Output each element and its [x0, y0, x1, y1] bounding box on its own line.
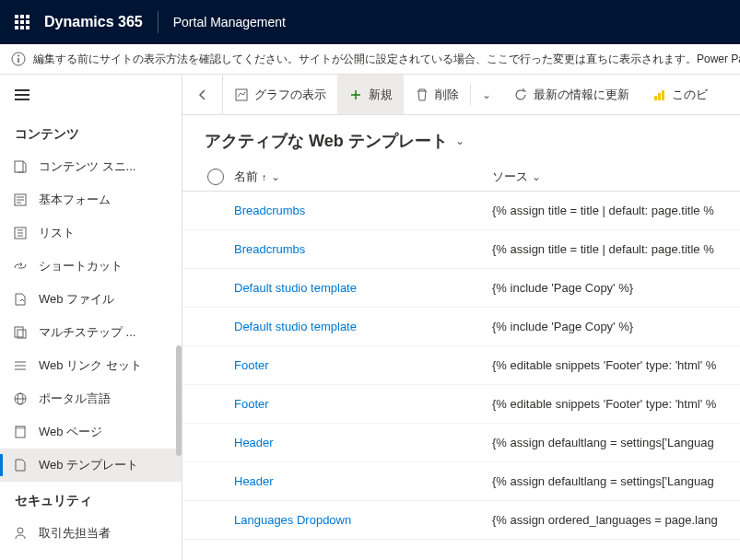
- sidebar-item-contacts[interactable]: 取引先担当者: [0, 517, 182, 550]
- svg-point-22: [18, 528, 23, 533]
- view-header[interactable]: アクティブな Web テンプレート ⌄: [182, 115, 740, 163]
- main-area: コンテンツ コンテンツ スニ... 基本フォーム リスト ショートカット Web…: [0, 75, 740, 560]
- svg-rect-21: [16, 426, 25, 429]
- table-row[interactable]: Footer{% editable snippets 'Footer' type…: [182, 346, 740, 385]
- table-row[interactable]: Breadcrumbs{% assign title = title | def…: [182, 230, 740, 269]
- table-row[interactable]: Header{% assign defaultlang = settings['…: [182, 462, 740, 501]
- template-icon: [11, 456, 29, 474]
- cmd-label: このビ: [672, 87, 708, 103]
- column-label: ソース: [492, 169, 528, 185]
- sidebar-item-basic-forms[interactable]: 基本フォーム: [0, 183, 182, 216]
- table-row[interactable]: Breadcrumbs{% assign title = title | def…: [182, 192, 740, 230]
- powerbi-button[interactable]: このビ: [640, 75, 719, 114]
- cmd-label: 削除: [435, 87, 459, 103]
- contact-icon: [11, 524, 29, 542]
- record-link[interactable]: Breadcrumbs: [234, 242, 305, 256]
- cell-source: {% assign title = title | default: page.…: [492, 204, 725, 217]
- refresh-button[interactable]: 最新の情報に更新: [502, 75, 640, 114]
- record-link[interactable]: Default studio template: [234, 281, 357, 295]
- sidebar-item-label: Web リンク セット: [39, 357, 142, 374]
- cell-source: {% include 'Page Copy' %}: [492, 320, 725, 333]
- record-link[interactable]: Header: [234, 474, 274, 488]
- sidebar-item-web-templates[interactable]: Web テンプレート: [0, 449, 182, 482]
- cell-name: Languages Dropdown: [234, 513, 492, 527]
- back-button[interactable]: [182, 75, 223, 114]
- hamburger-icon: [15, 94, 29, 96]
- sidebar-item-label: リスト: [39, 225, 75, 241]
- chevron-down-icon: ⌄: [532, 170, 541, 183]
- chevron-down-icon: ⌄: [271, 170, 280, 183]
- cell-source: {% assign defaultlang = settings['Langua…: [492, 436, 725, 449]
- sidebar-item-web-pages[interactable]: Web ページ: [0, 415, 182, 449]
- sidebar-item-content-snippets[interactable]: コンテンツ スニ...: [0, 150, 182, 183]
- refresh-icon: [513, 88, 528, 102]
- cell-name: Header: [234, 474, 492, 488]
- svg-rect-28: [662, 90, 664, 100]
- group-content: コンテンツ: [0, 115, 182, 150]
- command-bar: グラフの表示 新規 削除 ⌄ 最新の情報に更新 このビ: [182, 75, 740, 115]
- grid-body: Breadcrumbs{% assign title = title | def…: [182, 192, 740, 540]
- linkset-icon: [11, 356, 29, 375]
- snippet-icon: [11, 158, 29, 176]
- cell-name: Header: [234, 436, 492, 449]
- table-row[interactable]: Footer{% editable snippets 'Footer' type…: [182, 385, 740, 424]
- cell-name: Default studio template: [234, 281, 492, 295]
- show-chart-button[interactable]: グラフの表示: [223, 75, 337, 114]
- sidebar-item-multistep[interactable]: マルチステップ ...: [0, 316, 182, 349]
- delete-button[interactable]: 削除: [404, 75, 470, 114]
- view-title: アクティブな Web テンプレート: [205, 130, 448, 152]
- cmd-label: 最新の情報に更新: [534, 87, 629, 103]
- svg-rect-12: [15, 327, 23, 337]
- select-all-column[interactable]: [197, 169, 234, 185]
- grid-header-row: 名前 ↑ ⌄ ソース ⌄: [182, 163, 740, 192]
- svg-rect-3: [15, 161, 23, 172]
- record-link[interactable]: Default studio template: [234, 320, 357, 333]
- cell-name: Default studio template: [234, 320, 492, 333]
- sidebar-item-label: ポータル言語: [39, 391, 111, 407]
- sidebar-item-label: コンテンツ スニ...: [39, 158, 135, 175]
- data-grid: 名前 ↑ ⌄ ソース ⌄ Breadcrumbs{% assign title …: [182, 163, 740, 560]
- cell-source: {% assign ordered_languages = page.lang: [492, 513, 725, 527]
- cell-name: Footer: [234, 397, 492, 411]
- brand-name[interactable]: Dynamics 365: [44, 14, 143, 30]
- language-icon: [11, 390, 29, 408]
- table-row[interactable]: Languages Dropdown{% assign ordered_lang…: [182, 501, 740, 540]
- sidebar-item-lists[interactable]: リスト: [0, 216, 182, 250]
- record-link[interactable]: Header: [234, 436, 274, 449]
- new-button[interactable]: 新規: [337, 75, 404, 114]
- table-row[interactable]: Header{% assign defaultlang = settings['…: [182, 424, 740, 462]
- sidebar-item-portal-languages[interactable]: ポータル言語: [0, 382, 182, 415]
- app-launcher-button[interactable]: [7, 0, 37, 44]
- form-icon: [11, 191, 29, 209]
- trash-icon: [415, 88, 429, 102]
- sidebar-item-web-link-sets[interactable]: Web リンク セット: [0, 349, 182, 382]
- cell-name: Footer: [234, 358, 492, 372]
- cell-name: Breadcrumbs: [234, 204, 492, 217]
- column-header-name[interactable]: 名前 ↑ ⌄: [234, 169, 492, 185]
- record-link[interactable]: Breadcrumbs: [234, 204, 305, 217]
- column-header-source[interactable]: ソース ⌄: [492, 169, 725, 185]
- table-row[interactable]: Default studio template{% include 'Page …: [182, 308, 740, 346]
- cell-source: {% editable snippets 'Footer' type: 'htm…: [492, 397, 725, 411]
- notification-text: 編集する前にサイトの表示方法を確認してください。サイトが公開に設定されている場合…: [33, 52, 740, 67]
- record-link[interactable]: Footer: [234, 397, 269, 411]
- sidebar-item-label: Web ファイル: [39, 291, 114, 308]
- sidebar-item-label: Web テンプレート: [39, 457, 138, 473]
- table-row[interactable]: Default studio template{% include 'Page …: [182, 269, 740, 308]
- sidebar-item-web-files[interactable]: Web ファイル: [0, 283, 182, 316]
- sidebar: コンテンツ コンテンツ スニ... 基本フォーム リスト ショートカット Web…: [0, 75, 182, 560]
- record-link[interactable]: Languages Dropdown: [234, 513, 351, 527]
- global-header: Dynamics 365 Portal Management: [0, 0, 740, 44]
- sidebar-scroll: コンテンツ コンテンツ スニ... 基本フォーム リスト ショートカット Web…: [0, 115, 182, 560]
- record-link[interactable]: Footer: [234, 358, 269, 372]
- collapse-sidebar-button[interactable]: [0, 75, 182, 115]
- cmd-label: 新規: [369, 87, 393, 103]
- svg-rect-26: [654, 96, 657, 100]
- sidebar-item-shortcuts[interactable]: ショートカット: [0, 250, 182, 283]
- delete-split-button[interactable]: ⌄: [471, 75, 502, 114]
- cell-source: {% editable snippets 'Footer' type: 'htm…: [492, 358, 725, 372]
- sidebar-scrollbar[interactable]: [176, 345, 182, 456]
- app-name[interactable]: Portal Management: [173, 15, 286, 29]
- column-label: 名前: [234, 169, 258, 185]
- multistep-icon: [11, 323, 29, 342]
